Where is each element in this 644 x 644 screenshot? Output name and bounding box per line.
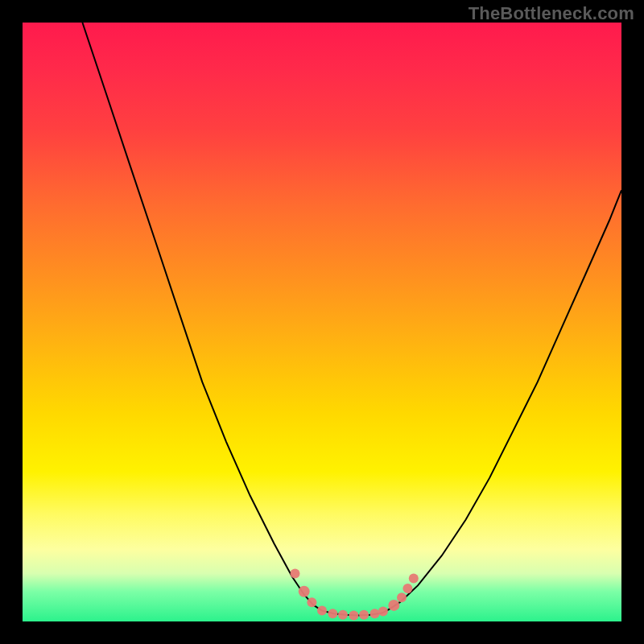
valley-marker	[328, 609, 337, 618]
plot-area	[23, 23, 621, 621]
chart-frame: TheBottleneck.com	[0, 0, 644, 644]
valley-marker	[388, 600, 399, 611]
valley-marker	[307, 597, 316, 607]
valley-marker	[349, 611, 358, 621]
valley-marker	[397, 592, 407, 602]
valley-marker	[370, 609, 380, 618]
valley-marker	[409, 573, 419, 583]
valley-marker	[378, 606, 388, 616]
valley-marker	[402, 584, 412, 593]
watermark-text: TheBottleneck.com	[469, 3, 634, 24]
valley-marker	[338, 610, 348, 620]
valley-marker	[291, 569, 300, 579]
valley-marker	[317, 606, 327, 616]
curve-right-branch	[388, 190, 621, 610]
valley-markers	[291, 569, 419, 621]
bottleneck-curve	[23, 23, 621, 621]
valley-marker	[299, 586, 310, 597]
curve-left-branch	[82, 23, 322, 611]
valley-marker	[359, 610, 369, 620]
